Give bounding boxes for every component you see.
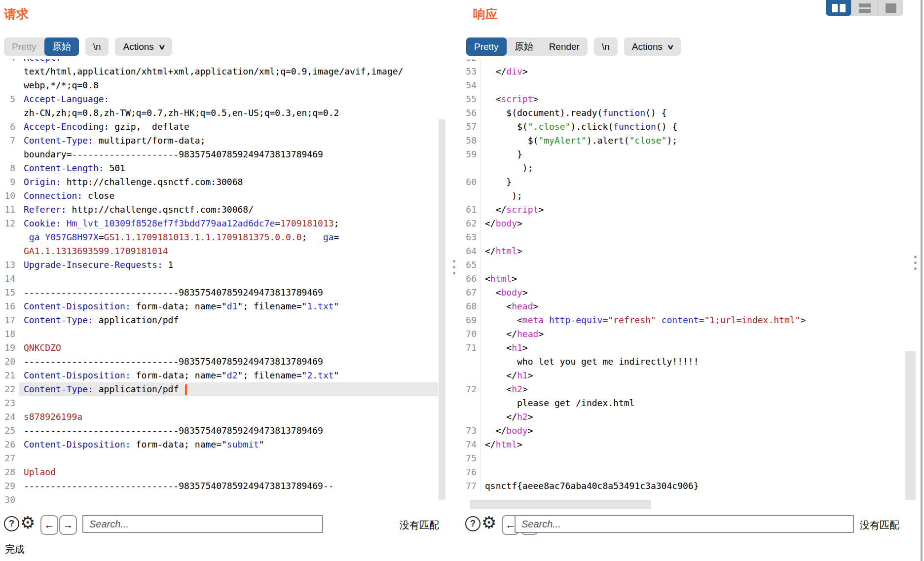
code-row[interactable]: 10Connection: close bbox=[0, 189, 438, 203]
code-row[interactable]: 11Referer: http://challenge.qsnctf.com:3… bbox=[0, 203, 438, 217]
code-row[interactable]: ); bbox=[461, 161, 904, 175]
code-row[interactable]: 60 } bbox=[461, 175, 904, 189]
code-row[interactable]: 22Content-Type: application/pdf bbox=[0, 382, 438, 396]
code-row[interactable]: 30 bbox=[0, 493, 438, 507]
code-row[interactable]: 15-----------------------------983575407… bbox=[0, 286, 438, 299]
line-number bbox=[0, 244, 19, 258]
code-row[interactable]: </h1> bbox=[461, 369, 904, 382]
help-icon[interactable]: ? bbox=[465, 516, 480, 531]
code-row[interactable]: text/html,application/xhtml+xml,applicat… bbox=[0, 65, 438, 78]
code-row[interactable]: _ga_Y057G8H97X=GS1.1.1709181013.1.1.1709… bbox=[0, 230, 438, 244]
code-row[interactable]: 16Content-Disposition: form-data; name="… bbox=[0, 299, 438, 313]
response-vertical-scrollbar[interactable] bbox=[905, 351, 916, 500]
search-prev-button[interactable]: ← bbox=[40, 515, 58, 535]
code-row[interactable]: 74</html> bbox=[461, 438, 904, 451]
code-row[interactable]: 56 $(document).ready(function() { bbox=[461, 106, 904, 120]
response-actions-button[interactable]: Actions ∨ bbox=[624, 37, 681, 56]
code-row[interactable]: who let you get me indirectly!!!!! bbox=[461, 355, 904, 369]
gear-icon[interactable]: ⚙ bbox=[20, 511, 35, 534]
code-row[interactable]: webp,*/*;q=0.8 bbox=[0, 78, 438, 92]
request-vertical-scrollbar[interactable] bbox=[439, 119, 445, 500]
code-row[interactable]: 77qsnctf{aeee8ac76aba40c8a53491c3a304c90… bbox=[461, 479, 904, 493]
code-row[interactable]: ); bbox=[461, 189, 904, 203]
code-row[interactable]: 61 </script> bbox=[461, 203, 904, 217]
request-tab-pretty[interactable]: Pretty bbox=[4, 37, 44, 56]
response-tab-raw[interactable]: 原始 bbox=[507, 37, 541, 56]
edge-divider-handle[interactable] bbox=[914, 256, 917, 270]
code-row[interactable]: 76 bbox=[461, 465, 904, 479]
gear-icon[interactable]: ⚙ bbox=[481, 511, 496, 534]
code-row[interactable]: 59 } bbox=[461, 148, 904, 161]
request-tab-newline[interactable]: \n bbox=[85, 37, 109, 56]
code-row[interactable]: 20-----------------------------983575407… bbox=[0, 355, 438, 369]
code-row[interactable]: 53 </div> bbox=[461, 65, 904, 78]
code-row[interactable]: 7Content-Type: multipart/form-data; bbox=[0, 134, 438, 148]
code-row[interactable]: 52 bbox=[461, 59, 904, 65]
response-horizontal-scrollbar[interactable] bbox=[470, 500, 651, 509]
code-row[interactable]: 23 bbox=[0, 396, 438, 410]
code-row[interactable]: 17Content-Type: application/pdf bbox=[0, 313, 438, 327]
code-row[interactable]: 67 <body> bbox=[461, 286, 904, 299]
code-row[interactable]: 55 <script> bbox=[461, 92, 904, 106]
code-row[interactable]: 29-----------------------------983575407… bbox=[0, 479, 438, 493]
response-tab-pretty[interactable]: Pretty bbox=[466, 37, 507, 56]
code-row[interactable]: 26Content-Disposition: form-data; name="… bbox=[0, 438, 438, 451]
code-row[interactable]: GA1.1.1313693599.1709181014 bbox=[0, 244, 438, 258]
code-row[interactable]: boundary=--------------------98357540785… bbox=[0, 148, 438, 161]
code-row[interactable]: 72 <h2> bbox=[461, 382, 904, 396]
code-row[interactable]: please get /index.html bbox=[461, 396, 904, 410]
code-row[interactable]: 64</html> bbox=[461, 244, 904, 258]
code-row[interactable]: 68 <head> bbox=[461, 299, 904, 313]
code-row[interactable]: 66<html> bbox=[461, 272, 904, 286]
single-panel-layout-button[interactable] bbox=[877, 0, 903, 16]
request-editor[interactable]: 4Accept:text/html,application/xhtml+xml,… bbox=[0, 59, 438, 509]
code-row[interactable]: 63 bbox=[461, 230, 904, 244]
code-row[interactable]: 18 bbox=[0, 327, 438, 341]
code-row[interactable]: 14 bbox=[0, 272, 438, 286]
code-row[interactable]: 70 </head> bbox=[461, 327, 904, 341]
code-row[interactable]: 62</body> bbox=[461, 217, 904, 230]
search-next-button[interactable]: → bbox=[59, 515, 77, 535]
code-row[interactable]: 27 bbox=[0, 451, 438, 465]
code-line-content: -----------------------------98357540785… bbox=[19, 479, 438, 493]
request-actions-button[interactable]: Actions ∨ bbox=[115, 37, 172, 56]
panel-divider-handle[interactable] bbox=[453, 260, 455, 274]
code-line-content: please get /index.html bbox=[480, 396, 904, 410]
code-row[interactable]: 71 <h1> bbox=[461, 341, 904, 355]
code-row[interactable]: 24s878926199a bbox=[0, 410, 438, 424]
code-row[interactable]: 65 bbox=[461, 258, 904, 272]
request-search-input[interactable] bbox=[82, 515, 323, 533]
code-row[interactable]: 21Content-Disposition: form-data; name="… bbox=[0, 369, 438, 382]
code-row[interactable]: 4Accept: bbox=[0, 59, 438, 65]
code-line-content: Content-Type: multipart/form-data; bbox=[19, 134, 438, 148]
code-row[interactable]: 54 bbox=[461, 78, 904, 92]
response-tab-newline[interactable]: \n bbox=[594, 37, 618, 56]
code-row[interactable]: 75 bbox=[461, 451, 904, 465]
help-icon[interactable]: ? bbox=[4, 516, 19, 531]
code-row[interactable]: 12Cookie: Hm_lvt_10309f8528ef7f3bdd779aa… bbox=[0, 217, 438, 230]
code-row[interactable]: 73 </body> bbox=[461, 424, 904, 438]
stacked-rows-layout-button[interactable] bbox=[851, 0, 877, 16]
code-row[interactable]: 19QNKCDZO bbox=[0, 341, 438, 355]
code-row[interactable]: zh-CN,zh;q=0.8,zh-TW;q=0.7,zh-HK;q=0.5,e… bbox=[0, 106, 438, 120]
code-row[interactable]: 9Origin: http://challenge.qsnctf.com:300… bbox=[0, 175, 438, 189]
request-tab-raw[interactable]: 原始 bbox=[44, 37, 79, 56]
code-row[interactable]: 69 <meta http-equiv="refresh" content="1… bbox=[461, 313, 904, 327]
code-row[interactable]: 6Accept-Encoding: gzip, deflate bbox=[0, 120, 438, 134]
code-row[interactable]: 28Uplaod bbox=[0, 465, 438, 479]
code-line-content bbox=[19, 272, 438, 286]
code-row[interactable]: 5Accept-Language: bbox=[0, 92, 438, 106]
response-search-input[interactable] bbox=[515, 515, 854, 533]
line-number: 53 bbox=[461, 65, 480, 78]
code-row[interactable]: 25-----------------------------983575407… bbox=[0, 424, 438, 438]
code-row[interactable]: 57 $(".close").click(function() { bbox=[461, 120, 904, 134]
code-row[interactable]: 58 $("myAlert").alert("close"); bbox=[461, 134, 904, 148]
code-row[interactable]: 13Upgrade-Insecure-Requests: 1 bbox=[0, 258, 438, 272]
response-editor[interactable]: 5253 </div>5455 <script>56 $(document).r… bbox=[461, 59, 904, 509]
response-tab-group: Pretty 原始 Render bbox=[466, 37, 588, 56]
split-columns-layout-button[interactable] bbox=[826, 0, 851, 16]
code-row[interactable]: </h2> bbox=[461, 410, 904, 424]
line-number: 11 bbox=[0, 203, 19, 217]
response-tab-render[interactable]: Render bbox=[541, 37, 588, 56]
code-row[interactable]: 8Content-Length: 501 bbox=[0, 161, 438, 175]
